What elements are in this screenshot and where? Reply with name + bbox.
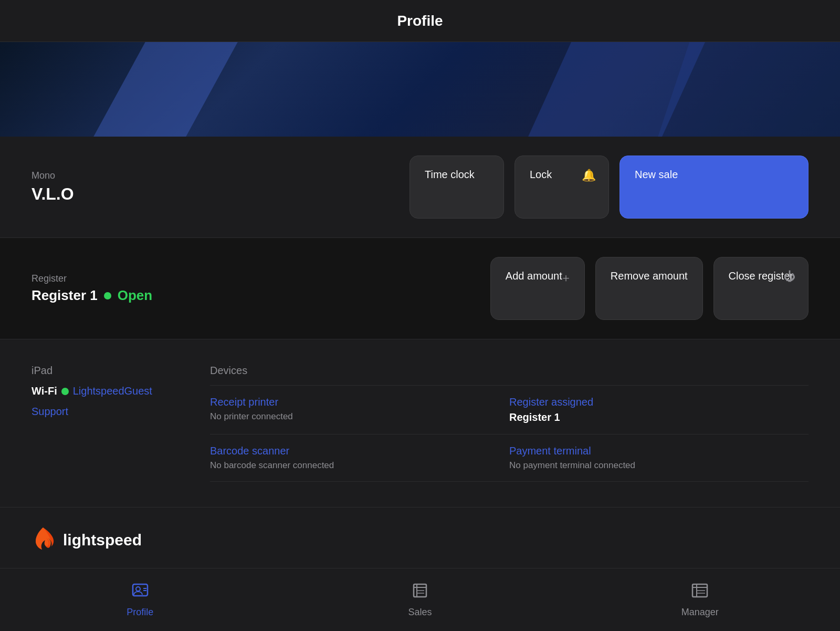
time-clock-label: Time clock bbox=[425, 169, 475, 181]
hero-banner bbox=[0, 42, 840, 137]
sales-nav-label: Sales bbox=[408, 607, 432, 618]
barcode-scanner-item: Barcode scanner No barcode scanner conne… bbox=[210, 435, 509, 482]
register-label: Register bbox=[32, 273, 469, 284]
support-link[interactable]: Support bbox=[32, 406, 178, 418]
profile-actions: Time clock Lock 🔔 New sale bbox=[410, 156, 808, 219]
new-sale-button[interactable]: New sale bbox=[620, 156, 808, 219]
devices-grid: Receipt printer No printer connected Reg… bbox=[210, 385, 808, 482]
sales-nav-icon bbox=[412, 582, 428, 603]
receipt-printer-name[interactable]: Receipt printer bbox=[210, 396, 509, 408]
wifi-dot bbox=[61, 388, 69, 395]
profile-section: Mono V.L.O Time clock Lock 🔔 New sale bbox=[0, 137, 840, 238]
new-sale-label: New sale bbox=[635, 169, 678, 181]
receipt-printer-status: No printer connected bbox=[210, 411, 509, 422]
register-assigned-value: Register 1 bbox=[509, 411, 808, 423]
devices-column: Devices Receipt printer No printer conne… bbox=[210, 365, 808, 482]
devices-section: iPad Wi-Fi LightspeedGuest Support Devic… bbox=[0, 339, 840, 508]
register-section: Register Register 1 Open Add amount ＋ Re… bbox=[0, 238, 840, 339]
close-register-button[interactable]: Close register ⏻ bbox=[713, 257, 808, 320]
register-assigned-name[interactable]: Register assigned bbox=[509, 396, 808, 408]
register-name-row: Register 1 Open bbox=[32, 287, 469, 304]
time-clock-button[interactable]: Time clock bbox=[410, 156, 504, 219]
receipt-printer-item: Receipt printer No printer connected bbox=[210, 385, 509, 435]
payment-terminal-item: Payment terminal No payment terminal con… bbox=[509, 435, 808, 482]
register-assigned-item: Register assigned Register 1 bbox=[509, 385, 808, 435]
logo-text: lightspeed bbox=[63, 531, 142, 549]
lock-button[interactable]: Lock 🔔 bbox=[514, 156, 609, 219]
svg-point-1 bbox=[136, 587, 140, 591]
profile-label: Mono bbox=[32, 170, 388, 181]
profile-name: V.L.O bbox=[32, 184, 388, 204]
page-title: Profile bbox=[397, 13, 443, 29]
plus-icon: ＋ bbox=[560, 270, 572, 286]
remove-amount-label: Remove amount bbox=[611, 270, 688, 282]
devices-label: Devices bbox=[210, 365, 808, 377]
bottom-nav: Profile Sales Manager bbox=[0, 568, 840, 631]
payment-terminal-name[interactable]: Payment terminal bbox=[509, 445, 808, 457]
payment-terminal-status: No payment terminal connected bbox=[509, 460, 808, 471]
barcode-scanner-name[interactable]: Barcode scanner bbox=[210, 445, 509, 457]
barcode-scanner-status: No barcode scanner connected bbox=[210, 460, 509, 471]
ipad-label: iPad bbox=[32, 365, 178, 377]
wifi-row: Wi-Fi LightspeedGuest bbox=[32, 385, 178, 397]
remove-amount-button[interactable]: Remove amount － bbox=[595, 257, 703, 320]
power-icon: ⏻ bbox=[784, 270, 795, 284]
logo-section: lightspeed bbox=[0, 508, 840, 568]
register-info: Register Register 1 Open bbox=[32, 273, 469, 304]
profile-info: Mono V.L.O bbox=[32, 170, 388, 204]
manager-nav-label: Manager bbox=[681, 607, 719, 618]
register-status: Open bbox=[118, 287, 152, 304]
hero-decoration bbox=[630, 42, 840, 137]
nav-sales[interactable]: Sales bbox=[373, 582, 467, 618]
register-name: Register 1 bbox=[32, 287, 98, 304]
lock-icon: 🔔 bbox=[582, 169, 596, 182]
ipad-column: iPad Wi-Fi LightspeedGuest Support bbox=[32, 365, 178, 482]
lightspeed-logo-flame bbox=[32, 526, 55, 554]
add-amount-label: Add amount bbox=[506, 270, 562, 282]
manager-nav-icon bbox=[691, 582, 708, 603]
top-bar: Profile bbox=[0, 0, 840, 42]
profile-nav-icon bbox=[132, 582, 149, 603]
wifi-network: LightspeedGuest bbox=[73, 385, 152, 397]
status-dot bbox=[104, 292, 111, 299]
nav-manager[interactable]: Manager bbox=[653, 582, 747, 618]
profile-nav-label: Profile bbox=[127, 607, 153, 618]
add-amount-button[interactable]: Add amount ＋ bbox=[490, 257, 585, 320]
nav-profile[interactable]: Profile bbox=[93, 582, 187, 618]
lock-label: Lock bbox=[530, 169, 552, 181]
register-actions: Add amount ＋ Remove amount － Close regis… bbox=[490, 257, 808, 320]
minus-icon: － bbox=[678, 270, 690, 286]
wifi-label: Wi-Fi bbox=[32, 385, 57, 397]
